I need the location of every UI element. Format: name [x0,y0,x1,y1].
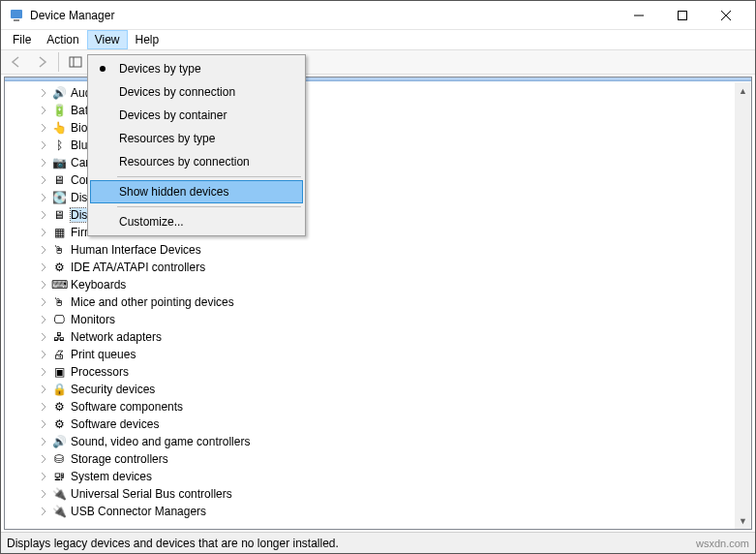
tree-item-label: System devices [71,470,152,483]
menu-devices-by-container[interactable]: Devices by container [90,104,303,127]
expand-chevron-icon[interactable] [38,139,49,151]
expand-chevron-icon[interactable] [38,105,49,116]
battery-icon: 🔋 [51,103,67,118]
scroll-up-button[interactable]: ▲ [735,82,751,99]
menu-action[interactable]: Action [39,30,86,49]
tree-item-label: Print queues [71,348,136,361]
titlebar: Device Manager [1,1,755,30]
menu-separator [117,176,301,177]
menu-view[interactable]: View [87,30,128,49]
expand-chevron-icon[interactable] [38,418,49,430]
computer-icon: 🖥 [51,172,67,188]
expand-chevron-icon[interactable] [38,262,49,273]
status-text: Displays legacy devices and devices that… [7,537,339,550]
monitor-icon: 🖵 [51,312,67,327]
sound-icon: 🔊 [51,434,67,449]
view-dropdown: Devices by type Devices by connection De… [87,54,306,236]
scroll-track[interactable] [735,99,751,512]
tree-item-label: Sound, video and game controllers [71,435,250,448]
audio-icon: 🔊 [51,85,67,101]
minimize-button[interactable] [617,1,660,29]
tree-item[interactable]: ⌨Keyboards [11,276,735,293]
show-hide-tree-button[interactable] [64,51,87,73]
tree-item[interactable]: 🖱Human Interface Devices [11,241,735,259]
expand-chevron-icon[interactable] [38,506,49,517]
close-button[interactable] [704,1,747,29]
tree-item-label: Monitors [71,313,115,326]
expand-chevron-icon[interactable] [38,331,49,343]
tree-item[interactable]: ⛁Storage controllers [11,450,735,468]
menu-item-label: Show hidden devices [119,185,228,199]
expand-chevron-icon[interactable] [38,279,49,291]
menu-customize[interactable]: Customize... [90,210,303,233]
firmware-icon: ▦ [51,225,67,240]
menu-devices-by-connection[interactable]: Devices by connection [90,80,303,104]
tree-item[interactable]: ⚙Software components [11,398,735,416]
expand-chevron-icon[interactable] [38,349,49,360]
tree-item-label: Processors [71,365,129,379]
tree-item[interactable]: 🖧Network adapters [11,328,735,346]
expand-chevron-icon[interactable] [38,366,49,378]
scroll-down-button[interactable]: ▼ [735,512,751,529]
tree-item[interactable]: 🖱Mice and other pointing devices [11,293,735,311]
tree-item[interactable]: ▣Processors [11,363,735,381]
expand-chevron-icon[interactable] [38,227,49,238]
app-icon [9,8,24,23]
expand-chevron-icon[interactable] [38,401,49,413]
tree-item-label: USB Connector Managers [71,505,206,518]
expand-chevron-icon[interactable] [38,174,49,186]
svg-rect-3 [678,11,686,19]
expand-chevron-icon[interactable] [38,314,49,325]
menu-resources-by-connection[interactable]: Resources by connection [90,150,303,173]
expand-chevron-icon[interactable] [38,436,49,447]
expand-chevron-icon[interactable] [38,192,49,203]
network-icon: 🖧 [51,329,67,345]
expand-chevron-icon[interactable] [38,122,49,134]
menu-file[interactable]: File [5,30,39,49]
tree-item-label: Mice and other pointing devices [71,295,234,309]
biometric-icon: 👆 [51,120,67,136]
expand-chevron-icon[interactable] [38,488,49,500]
vertical-scrollbar[interactable]: ▲ ▼ [735,82,751,529]
statusbar: Displays legacy devices and devices that… [1,532,755,553]
expand-chevron-icon[interactable] [38,453,49,465]
expand-chevron-icon[interactable] [38,157,49,169]
expand-chevron-icon[interactable] [38,87,49,99]
tree-item-label: Security devices [71,383,155,396]
tree-item[interactable]: 🔌Universal Serial Bus controllers [11,485,735,503]
tree-item[interactable]: ⚙IDE ATA/ATAPI controllers [11,259,735,276]
svg-rect-6 [70,57,81,67]
tree-item[interactable]: 🖵Monitors [11,311,735,328]
tree-item-label: Network adapters [71,330,162,344]
menu-help[interactable]: Help [128,30,167,49]
tree-item-label: Universal Serial Bus controllers [71,487,232,501]
radio-bullet-icon [100,66,106,72]
tree-item-label: IDE ATA/ATAPI controllers [71,261,205,274]
camera-icon: 📷 [51,155,67,170]
usb-connector-icon: 🔌 [51,504,67,519]
printer-icon: 🖨 [51,347,67,362]
tree-item[interactable]: 🖨Print queues [11,346,735,363]
expand-chevron-icon[interactable] [38,471,49,482]
expand-chevron-icon[interactable] [38,296,49,308]
tree-item[interactable]: 🔌USB Connector Managers [11,503,735,520]
menu-item-label: Devices by type [119,62,201,76]
tree-item[interactable]: 🔒Security devices [11,381,735,398]
menu-devices-by-type[interactable]: Devices by type [90,57,303,80]
mouse-icon: 🖱 [51,294,67,310]
tree-item[interactable]: ⚙Software devices [11,416,735,433]
expand-chevron-icon[interactable] [38,384,49,395]
expand-chevron-icon[interactable] [38,209,49,221]
tree-item[interactable]: 🔊Sound, video and game controllers [11,433,735,450]
forward-button[interactable] [30,51,53,73]
menu-show-hidden-devices[interactable]: Show hidden devices [90,180,303,203]
tree-item[interactable]: 🖳System devices [11,468,735,485]
back-button[interactable] [5,51,28,73]
ide-icon: ⚙ [51,260,67,275]
watermark: wsxdn.com [696,538,749,549]
maximize-button[interactable] [660,1,704,29]
tree-item-label: Software components [71,400,183,414]
expand-chevron-icon[interactable] [38,244,49,256]
tree-item-label: Storage controllers [71,452,168,466]
menu-resources-by-type[interactable]: Resources by type [90,127,303,150]
